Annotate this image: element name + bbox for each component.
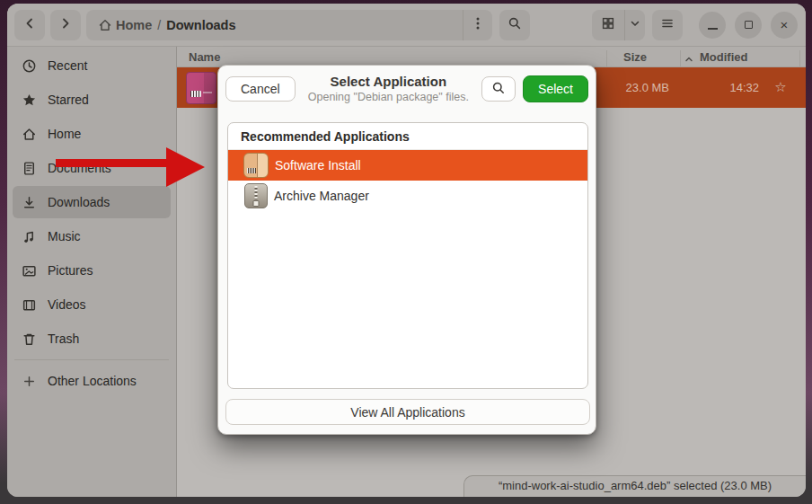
sidebar-item-downloads[interactable]: Downloads [13,186,171,218]
dialog-subtitle: Opening "Debian package" files. [303,91,474,105]
sidebar-item-pictures[interactable]: Pictures [13,254,171,287]
column-size[interactable]: Size [623,50,647,64]
minimize-icon [708,28,718,30]
sidebar-item-documents[interactable]: Documents [13,152,171,184]
sidebar-item-label: Trash [48,332,79,346]
download-icon [22,195,37,210]
trash-icon [22,332,37,347]
breadcrumb: Home / Downloads [86,10,492,40]
chevron-down-icon [629,17,641,32]
deb-package-icon [186,72,216,104]
view-toggle-split-button [592,10,645,40]
sort-ascending-icon [684,52,693,66]
view-all-applications-button[interactable]: View All Applications [225,399,590,425]
list-item-software-install[interactable]: Software Install [228,150,587,181]
select-button[interactable]: Select [523,75,588,102]
back-button[interactable] [14,10,45,40]
application-list: Recommended Applications Software Instal… [227,122,588,389]
sidebar-item-label: Music [48,229,81,243]
close-icon: × [781,18,789,31]
forward-button[interactable] [50,10,81,40]
view-options-button[interactable] [625,10,645,40]
dialog-headerbar: Cancel Select Application Opening "Debia… [218,66,596,112]
minimize-button[interactable] [699,12,726,39]
dialog-title: Select Application [303,74,474,91]
column-name[interactable]: Name [189,50,220,64]
sidebar: Recent Starred Home Documents Downloads … [7,47,177,497]
path-menu-button[interactable] [463,10,492,40]
maximize-icon [745,21,753,29]
section-header: Recommended Applications [228,123,587,150]
divider [799,50,800,66]
window-controls: × [699,12,798,39]
film-icon [22,297,37,313]
selection-status-text: “mind-work-ai-studio_arm64.deb” selected… [499,479,772,492]
picture-icon [22,263,37,279]
cancel-button[interactable]: Cancel [225,76,296,102]
sidebar-item-label: Videos [48,297,86,312]
sidebar-item-label: Documents [48,161,111,175]
list-item-archive-manager[interactable]: Archive Manager [228,181,587,211]
star-outline-icon[interactable]: ☆ [770,79,791,95]
sidebar-item-label: Home [48,127,81,141]
sidebar-item-music[interactable]: Music [13,220,171,252]
breadcrumb-downloads[interactable]: Downloads [163,18,239,32]
divider [14,359,169,360]
app-name: Software Install [275,158,361,172]
sidebar-item-recent[interactable]: Recent [13,49,171,82]
headerbar: Home / Downloads [7,4,806,47]
maximize-button[interactable] [735,12,762,39]
sidebar-item-label: Starred [48,93,89,107]
kebab-menu-icon [476,16,480,33]
sidebar-item-label: Downloads [48,195,110,209]
home-icon [22,127,37,142]
sidebar-item-label: Pictures [48,263,93,278]
sidebar-item-home[interactable]: Home [13,118,171,150]
file-modified: 14:32 [642,81,759,94]
status-bar: “mind-work-ai-studio_arm64.deb” selected… [463,475,806,497]
plus-icon [22,374,37,389]
column-modified[interactable]: Modified [700,50,747,64]
star-icon [22,93,37,108]
dialog-search-button[interactable] [481,76,516,102]
chevron-right-icon [58,16,73,33]
app-name: Archive Manager [274,189,369,203]
search-icon [508,16,522,33]
divider [606,50,607,66]
sidebar-item-starred[interactable]: Starred [13,84,171,116]
archive-manager-icon [244,183,268,208]
sidebar-item-label: Other Locations [48,374,137,388]
sidebar-item-other-locations[interactable]: Other Locations [13,365,171,397]
grid-view-button[interactable] [592,10,624,40]
search-button[interactable] [499,10,530,40]
dialog-title-block: Select Application Opening "Debian packa… [303,74,474,104]
grid-view-icon [601,16,615,33]
main-menu-button[interactable] [652,10,683,40]
search-icon [491,81,506,98]
music-note-icon [22,229,37,244]
divider [680,50,681,66]
select-application-dialog: Cancel Select Application Opening "Debia… [217,65,596,435]
home-icon [97,17,112,32]
software-install-icon [243,153,269,178]
document-icon [22,161,37,176]
close-button[interactable]: × [771,12,798,39]
breadcrumb-separator: / [155,18,163,32]
sidebar-item-trash[interactable]: Trash [13,323,171,355]
breadcrumb-home[interactable]: Home [112,18,155,32]
clock-icon [22,58,37,74]
chevron-left-icon [22,16,37,33]
hamburger-menu-icon [660,16,675,33]
sidebar-item-label: Recent [48,58,87,73]
sidebar-item-videos[interactable]: Videos [13,288,171,321]
